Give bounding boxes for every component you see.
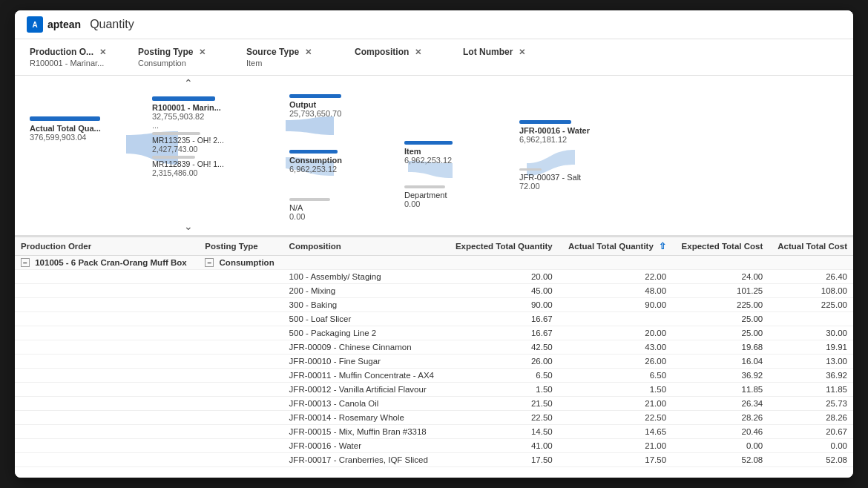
col-composition: Composition bbox=[283, 237, 446, 256]
row-composition: 100 - Assembly/ Staging bbox=[283, 270, 446, 284]
filter-source-type-close[interactable]: ✕ bbox=[305, 47, 312, 57]
row-act-qty: 1.50 bbox=[559, 383, 672, 397]
row-exp-qty: 21.50 bbox=[446, 397, 559, 411]
row-composition: JFR-00011 - Muffin Concentrate - AX4 bbox=[283, 369, 446, 383]
col-actual-total-qty[interactable]: Actual Total Quantity ⇧ bbox=[559, 237, 672, 256]
row-act-cost: 20.67 bbox=[769, 425, 853, 439]
node-actual-total: Actual Total Qua... 376,599,903.04 bbox=[30, 116, 101, 142]
row-act-cost: 108.00 bbox=[769, 284, 853, 298]
node-na-value: 0.00 bbox=[289, 212, 330, 221]
row-exp-qty: 42.50 bbox=[446, 340, 559, 355]
filter-composition-close[interactable]: ✕ bbox=[415, 47, 421, 57]
table-row: 200 - Mixing 45.00 48.00 101.25 108.00 bbox=[15, 284, 853, 298]
filter-lot-number-header[interactable]: Lot Number ✕ bbox=[463, 47, 525, 57]
row-composition: JFR-00015 - Mix, Muffin Bran #3318 bbox=[283, 425, 446, 439]
group-posting-collapse-icon[interactable]: − bbox=[205, 258, 214, 267]
row-exp-qty: 1.50 bbox=[446, 383, 559, 397]
row-posting-type bbox=[199, 284, 283, 298]
node-actual-total-label: Actual Total Qua... bbox=[30, 124, 101, 133]
filter-posting-type-header[interactable]: Posting Type ✕ bbox=[138, 47, 206, 57]
filter-production-order-header[interactable]: Production O... ✕ bbox=[30, 47, 106, 57]
filter-posting-type-label: Posting Type bbox=[138, 47, 193, 57]
table-row: 500 - Loaf Slicer 16.67 25.00 bbox=[15, 312, 853, 326]
row-posting-type bbox=[199, 383, 283, 397]
row-act-qty: 20.00 bbox=[559, 326, 672, 340]
col-expected-total-cost: Expected Total Cost bbox=[672, 237, 769, 256]
row-exp-cost: 225.00 bbox=[672, 298, 769, 312]
row-order bbox=[15, 326, 199, 340]
node-jfr-water-bar bbox=[519, 120, 571, 124]
node-jfr-salt-value: 72.00 bbox=[519, 182, 581, 191]
node-consumption-bar bbox=[289, 150, 338, 154]
row-act-qty: 26.00 bbox=[559, 355, 672, 369]
row-posting-type bbox=[199, 355, 283, 369]
table-group-row: − 101005 - 6 Pack Cran-Orang Muff Box − … bbox=[15, 256, 853, 270]
node-item-label: Item bbox=[404, 147, 453, 156]
row-exp-qty: 90.00 bbox=[446, 298, 559, 312]
row-exp-cost: 11.85 bbox=[672, 383, 769, 397]
row-exp-cost: 25.00 bbox=[672, 326, 769, 340]
node-output-bar bbox=[289, 94, 341, 98]
scroll-up-button[interactable]: ⌃ bbox=[184, 77, 193, 89]
row-posting-type bbox=[199, 397, 283, 411]
node-item: Item 6,962,253.12 bbox=[404, 141, 453, 165]
row-exp-qty: 16.67 bbox=[446, 312, 559, 326]
filter-posting-type-close[interactable]: ✕ bbox=[199, 47, 206, 57]
node-na-label: N/A bbox=[289, 203, 330, 212]
row-order bbox=[15, 397, 199, 411]
node-r100001-value: 32,755,903.82 bbox=[152, 112, 224, 121]
row-composition: JFR-00016 - Water bbox=[283, 439, 446, 453]
row-exp-qty: 14.50 bbox=[446, 425, 559, 439]
flow-area: ⌃ ⌄ Actual Total Qua... 376,599,903.04 bbox=[15, 76, 853, 235]
row-exp-cost: 52.08 bbox=[672, 453, 769, 467]
filter-source-type[interactable]: Source Type ✕ Item bbox=[246, 47, 343, 67]
filter-lot-number[interactable]: Lot Number ✕ bbox=[463, 47, 559, 57]
table-row: 500 - Packaging Line 2 16.67 20.00 25.00… bbox=[15, 326, 853, 340]
row-act-cost: 19.91 bbox=[769, 340, 853, 355]
node-na: N/A 0.00 bbox=[289, 198, 330, 221]
node-r100001-bar bbox=[152, 96, 215, 101]
row-posting-type bbox=[199, 326, 283, 340]
row-composition: JFR-00014 - Rosemary Whole bbox=[283, 411, 446, 425]
row-order bbox=[15, 439, 199, 453]
filter-composition-label: Composition bbox=[355, 47, 409, 57]
table-header-row: Production Order Posting Type Compositio… bbox=[15, 237, 853, 256]
row-exp-qty: 45.00 bbox=[446, 284, 559, 298]
row-act-cost: 36.92 bbox=[769, 369, 853, 383]
row-composition: JFR-00013 - Canola Oil bbox=[283, 397, 446, 411]
logo-text: aptean bbox=[47, 19, 81, 30]
row-exp-qty: 6.50 bbox=[446, 369, 559, 383]
data-table: Production Order Posting Type Compositio… bbox=[15, 237, 853, 467]
filter-production-order[interactable]: Production O... ✕ R100001 - Marinar... bbox=[30, 47, 126, 67]
table-body: − 101005 - 6 Pack Cran-Orang Muff Box − … bbox=[15, 256, 853, 467]
filter-composition[interactable]: Composition ✕ bbox=[355, 47, 451, 57]
row-exp-cost: 26.34 bbox=[672, 397, 769, 411]
filter-lot-number-close[interactable]: ✕ bbox=[519, 47, 525, 57]
filter-production-order-close[interactable]: ✕ bbox=[99, 47, 106, 57]
col-production-order: Production Order bbox=[15, 237, 199, 256]
scroll-down-button[interactable]: ⌄ bbox=[184, 220, 193, 232]
node-r100001-dots: ... bbox=[152, 121, 224, 130]
table-row: 300 - Baking 90.00 90.00 225.00 225.00 bbox=[15, 298, 853, 312]
row-exp-cost: 101.25 bbox=[672, 284, 769, 298]
filter-bar: Production O... ✕ R100001 - Marinar... P… bbox=[15, 39, 853, 76]
filter-posting-type[interactable]: Posting Type ✕ Consumption bbox=[138, 47, 234, 67]
row-posting-type bbox=[199, 411, 283, 425]
node-r100001: R100001 - Marin... 32,755,903.82 ... MR1… bbox=[152, 96, 224, 177]
filter-composition-header[interactable]: Composition ✕ bbox=[355, 47, 421, 57]
logo: A aptean bbox=[27, 16, 81, 33]
table-row: 100 - Assembly/ Staging 20.00 22.00 24.0… bbox=[15, 270, 853, 284]
row-composition: JFR-00017 - Cranberries, IQF Sliced bbox=[283, 453, 446, 467]
row-posting-type bbox=[199, 453, 283, 467]
group-collapse-icon[interactable]: − bbox=[21, 258, 30, 267]
row-exp-cost: 20.46 bbox=[672, 425, 769, 439]
row-exp-qty: 41.00 bbox=[446, 439, 559, 453]
data-table-area[interactable]: Production Order Posting Type Compositio… bbox=[15, 236, 853, 478]
row-act-cost: 26.40 bbox=[769, 270, 853, 284]
filter-source-type-header[interactable]: Source Type ✕ bbox=[246, 47, 312, 57]
row-exp-cost: 36.92 bbox=[672, 369, 769, 383]
node-consumption-value: 6,962,253.12 bbox=[289, 165, 342, 174]
row-act-qty: 90.00 bbox=[559, 298, 672, 312]
node-jfr-water-label: JFR-00016 - Water bbox=[519, 126, 590, 135]
app-window: A aptean Quantity Production O... ✕ R100… bbox=[15, 10, 853, 478]
